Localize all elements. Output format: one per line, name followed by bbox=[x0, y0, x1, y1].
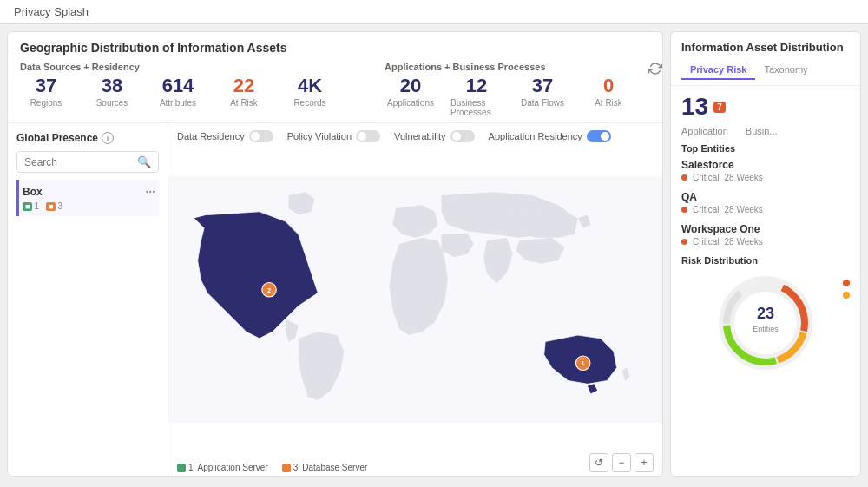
map-section: Global Presence i 🔍 Box ··· ■ 1 bbox=[8, 123, 662, 476]
toggle-data-residency-switch[interactable] bbox=[249, 130, 273, 142]
tab-privacy-risk[interactable]: Privacy Risk bbox=[681, 61, 755, 80]
source-meta: ■ 1 ■ 3 bbox=[23, 201, 155, 211]
risk-legend-critical bbox=[843, 280, 850, 286]
risk-dot-critical bbox=[843, 280, 850, 286]
legend-db-num: 3 bbox=[293, 463, 299, 472]
rp-tabs: Privacy Risk Taxonomy bbox=[681, 61, 850, 80]
svg-text:23: 23 bbox=[757, 305, 774, 322]
toggle-policy-switch[interactable] bbox=[356, 130, 380, 142]
toggle-vuln-switch[interactable] bbox=[450, 130, 475, 142]
risk-legend-high bbox=[843, 292, 850, 299]
rp-title: Information Asset Distribution bbox=[681, 41, 850, 54]
entity-salesforce-severity: Critical bbox=[693, 173, 720, 182]
map-zoom-out-button[interactable]: − bbox=[612, 453, 631, 472]
search-input[interactable] bbox=[24, 156, 134, 168]
rp-content: 13 7 Application Busin... Top Entities S… bbox=[671, 86, 860, 476]
entity-qa-name: QA bbox=[681, 191, 850, 203]
map-reset-button[interactable]: ↺ bbox=[589, 453, 608, 472]
risk-dist-title: Risk Distribution bbox=[681, 255, 850, 266]
entity-qa-severity: Critical bbox=[693, 205, 720, 214]
global-presence-sidebar: Global Presence i 🔍 Box ··· ■ 1 bbox=[8, 123, 168, 476]
stat-atrisk-ds-label: At Risk bbox=[230, 98, 258, 108]
stat-attributes-label: Attributes bbox=[160, 98, 196, 108]
entity-qa-sub: Critical 28 Weeks bbox=[681, 205, 850, 214]
stat-atrisk-app: 0 At Risk bbox=[582, 76, 635, 117]
risk-dot-high bbox=[843, 292, 850, 299]
toggle-vuln-label: Vulnerability bbox=[394, 131, 446, 141]
stat-records: 4K Records bbox=[284, 76, 336, 108]
stat-business-processes: 12 Business Processes bbox=[450, 76, 503, 117]
toggle-vulnerability[interactable]: Vulnerability bbox=[394, 130, 475, 142]
search-icon: 🔍 bbox=[137, 155, 151, 168]
stats-row: Data Sources + Residency 37 Regions 38 S… bbox=[20, 62, 650, 117]
stat-atrisk-app-value: 0 bbox=[603, 76, 614, 96]
source-meta-2: ■ 3 bbox=[46, 201, 62, 211]
entity-qa: QA Critical 28 Weeks bbox=[681, 191, 850, 214]
risk-legend bbox=[843, 280, 850, 299]
svg-text:Entities: Entities bbox=[753, 325, 779, 333]
source-meta-1: ■ 1 bbox=[23, 201, 39, 211]
stat-attributes: 614 Attributes bbox=[152, 76, 204, 108]
main-container: Geographic Distribution of Information A… bbox=[0, 24, 868, 484]
stat-applications-value: 20 bbox=[400, 76, 421, 96]
toggle-app-residency[interactable]: Application Residency bbox=[489, 130, 611, 142]
entity-salesforce: Salesforce Critical 28 Weeks bbox=[681, 159, 850, 182]
legend-dot-db bbox=[282, 464, 291, 472]
stat-atrisk-ds: 22 At Risk bbox=[218, 76, 270, 108]
entity-salesforce-weeks: 28 Weeks bbox=[725, 173, 763, 182]
legend-dot-app bbox=[177, 464, 186, 472]
critical-dot-1 bbox=[681, 207, 687, 213]
stat-regions-label: Regions bbox=[30, 98, 62, 108]
critical-dot-0 bbox=[681, 174, 687, 181]
risk-donut-container: 23 Entities bbox=[681, 271, 850, 375]
risk-donut-chart: 23 Entities bbox=[713, 271, 818, 375]
toggle-policy-label: Policy Violation bbox=[287, 131, 352, 141]
world-map: 2 1 bbox=[168, 149, 662, 450]
app-title: Privacy Splash bbox=[14, 5, 89, 18]
title-bar: Privacy Splash bbox=[0, 0, 868, 24]
entity-salesforce-name: Salesforce bbox=[681, 159, 850, 171]
toggle-data-residency[interactable]: Data Residency bbox=[177, 130, 273, 142]
left-panel-title: Geographic Distribution of Information A… bbox=[20, 41, 650, 55]
entity-workspaceone-severity: Critical bbox=[693, 237, 720, 247]
stat-applications: 20 Applications bbox=[385, 76, 437, 117]
global-presence-title: Global Presence i bbox=[16, 132, 159, 144]
source-name: Box bbox=[23, 186, 43, 198]
right-panel: Information Asset Distribution Privacy R… bbox=[670, 31, 861, 477]
entity-workspaceone-name: Workspace One bbox=[681, 223, 850, 235]
business-label: Busin... bbox=[746, 126, 778, 136]
search-box[interactable]: 🔍 bbox=[16, 151, 159, 173]
stat-records-value: 4K bbox=[298, 76, 322, 96]
legend-app-num: 1 bbox=[188, 463, 194, 472]
stat-bp-label: Business Processes bbox=[450, 98, 503, 117]
tab-taxonomy[interactable]: Taxonomy bbox=[755, 61, 816, 80]
stat-regions-value: 37 bbox=[36, 76, 56, 96]
toggle-appres-switch[interactable] bbox=[587, 130, 611, 142]
app-label: Application bbox=[681, 126, 728, 136]
rp-header: Information Asset Distribution Privacy R… bbox=[671, 32, 860, 86]
stat-applications-label: Applications bbox=[387, 98, 434, 108]
top-entities-title: Top Entities bbox=[681, 143, 850, 154]
source-dots[interactable]: ··· bbox=[145, 185, 155, 199]
left-panel: Geographic Distribution of Information A… bbox=[7, 31, 663, 477]
toggle-policy-violation[interactable]: Policy Violation bbox=[287, 130, 380, 142]
entity-workspaceone-weeks: 28 Weeks bbox=[725, 237, 763, 247]
stat-df-value: 37 bbox=[532, 76, 553, 96]
entity-workspace-one: Workspace One Critical 28 Weeks bbox=[681, 223, 850, 247]
legend-db-label: Database Server bbox=[302, 463, 367, 472]
map-zoom-in-button[interactable]: + bbox=[635, 453, 654, 472]
stat-bp-value: 12 bbox=[466, 76, 487, 96]
stat-atrisk-app-label: At Risk bbox=[595, 98, 622, 108]
stat-sources-label: Sources bbox=[96, 98, 128, 108]
legend-database-server: 3 Database Server bbox=[282, 463, 368, 472]
refresh-icon[interactable] bbox=[648, 62, 662, 117]
stat-sources-value: 38 bbox=[102, 76, 122, 96]
entity-workspaceone-sub: Critical 28 Weeks bbox=[681, 237, 850, 247]
stat-regions: 37 Regions bbox=[20, 76, 72, 108]
stat-sources: 38 Sources bbox=[86, 76, 138, 108]
data-sources-section: Data Sources + Residency 37 Regions 38 S… bbox=[20, 62, 350, 117]
source-item-box[interactable]: Box ··· ■ 1 ■ 3 bbox=[16, 180, 159, 216]
toggles-row: Data Residency Policy Violation Vulnerab… bbox=[177, 130, 654, 142]
map-controls: ↺ − + bbox=[589, 453, 654, 472]
critical-dot-2 bbox=[681, 239, 687, 245]
